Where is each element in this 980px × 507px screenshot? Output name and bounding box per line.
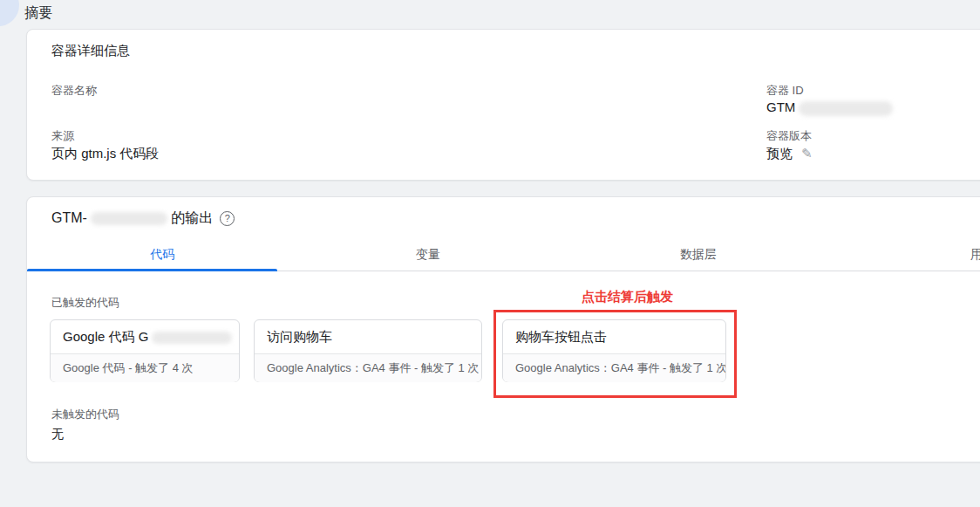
container-version-label: 容器版本	[766, 128, 812, 144]
container-id-value: GTM	[766, 99, 893, 116]
tag-title: 访问购物车	[255, 320, 481, 353]
tag-title: Google 代码 G	[51, 320, 239, 353]
edit-pencil-icon[interactable]: ✎	[801, 146, 813, 161]
not-fired-tags-label: 未触发的代码	[51, 407, 119, 422]
page-title: 摘要	[24, 4, 52, 23]
container-details-heading: 容器详细信息	[51, 43, 130, 59]
tag-subtitle: Google 代码 - 触发了 4 次	[51, 353, 239, 382]
tag-title: 购物车按钮点击	[503, 320, 725, 353]
fired-tags-label: 已触发的代码	[51, 295, 119, 311]
active-tab-indicator	[27, 269, 277, 271]
redacted-tag-id	[152, 332, 232, 344]
container-output-card: GTM- 的输出? 代码 变量 数据层 用 已触发的代码 Google 代码 G…	[26, 196, 980, 462]
corner-avatar-circle	[0, 0, 19, 26]
tab-consent[interactable]: 用	[970, 247, 980, 263]
container-name-label: 容器名称	[51, 83, 97, 99]
container-id-label: 容器 ID	[766, 83, 804, 99]
tab-variables[interactable]: 变量	[416, 247, 440, 263]
gtm-preview-summary-page: { "page": { "title": "摘要" }, "colors": {…	[0, 0, 980, 507]
tag-card-google-tag[interactable]: Google 代码 G Google 代码 - 触发了 4 次	[50, 319, 240, 382]
output-card-title: GTM- 的输出?	[51, 209, 235, 228]
redacted-output-gtm-id	[91, 212, 167, 225]
tag-subtitle: Google Analytics：GA4 事件 - 触发了 1 次	[503, 353, 725, 382]
source-label: 来源	[51, 128, 74, 144]
source-value: 页内 gtm.js 代码段	[51, 146, 159, 162]
red-annotation-text: 点击结算后触发	[582, 289, 673, 305]
tab-datalayer[interactable]: 数据层	[680, 247, 717, 263]
container-version-value: 预览✎	[766, 146, 813, 162]
tag-card-view-cart[interactable]: 访问购物车 Google Analytics：GA4 事件 - 触发了 1 次	[254, 319, 482, 382]
not-fired-value: 无	[51, 427, 64, 442]
tag-card-cart-button-click[interactable]: 购物车按钮点击 Google Analytics：GA4 事件 - 触发了 1 …	[502, 319, 726, 382]
tag-subtitle: Google Analytics：GA4 事件 - 触发了 1 次	[255, 353, 481, 382]
tab-tags[interactable]: 代码	[150, 247, 174, 263]
container-details-card: 容器详细信息 容器名称 容器 ID GTM 来源 页内 gtm.js 代码段 容…	[26, 29, 980, 181]
redacted-container-id	[799, 101, 893, 116]
output-tabs: 代码 变量 数据层 用	[27, 239, 980, 271]
help-icon[interactable]: ?	[220, 211, 235, 226]
